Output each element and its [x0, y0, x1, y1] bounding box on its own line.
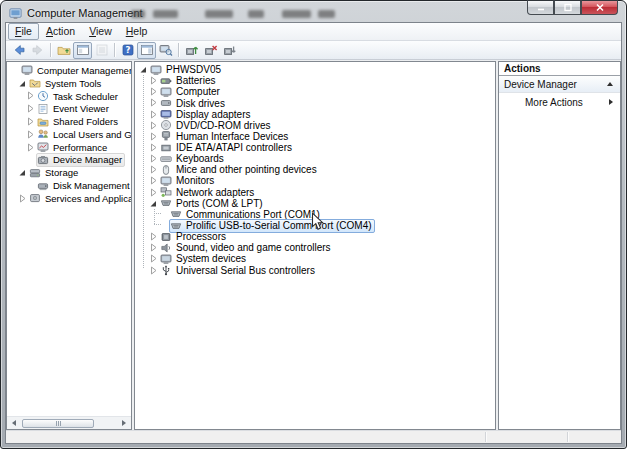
expand-arrow-icon[interactable] — [149, 87, 158, 96]
tree-item-disk-management[interactable]: Disk Management — [7, 179, 131, 192]
toolbar-separator — [114, 43, 115, 57]
redacted-blur — [318, 10, 335, 18]
redacted-blur — [282, 10, 311, 18]
toolbar-separator — [50, 43, 51, 57]
expand-arrow-icon[interactable] — [149, 176, 158, 185]
tree-item-label: Storage — [45, 167, 78, 178]
back-button[interactable] — [9, 42, 28, 59]
collapse-arrow-icon[interactable] — [18, 168, 27, 177]
collapse-section-icon[interactable] — [607, 82, 613, 86]
tree-item-label: Event Viewer — [53, 103, 109, 114]
tree-item-local-users-and-groups[interactable]: Local Users and Groups — [7, 128, 131, 141]
expand-arrow-icon[interactable] — [149, 266, 158, 275]
export-list-icon — [95, 43, 109, 57]
expand-arrow-icon[interactable] — [149, 165, 158, 174]
tree-item-event-viewer[interactable]: Event Viewer — [7, 102, 131, 115]
expand-arrow-icon[interactable] — [26, 91, 35, 100]
submenu-arrow-icon — [609, 99, 613, 105]
console-tree: Computer Management (Local)System ToolsT… — [7, 62, 131, 416]
usb-icon — [160, 264, 173, 276]
status-bar-separator — [567, 432, 568, 442]
uninstall-device-button[interactable] — [201, 42, 220, 59]
update-driver-button[interactable] — [182, 42, 201, 59]
expand-arrow-icon[interactable] — [26, 104, 35, 113]
forward-button — [28, 42, 47, 59]
expand-arrow-icon[interactable] — [149, 188, 158, 197]
export-list-button — [92, 42, 111, 59]
update-driver-icon — [185, 43, 199, 57]
tree-item-universal-serial-bus-controllers[interactable]: Universal Serial Bus controllers — [135, 265, 495, 276]
collapse-arrow-icon[interactable] — [149, 199, 158, 208]
arrow-spacer — [26, 181, 35, 190]
more-actions-item[interactable]: More Actions — [499, 93, 620, 111]
minimize-button[interactable] — [527, 0, 554, 15]
expand-arrow-icon[interactable] — [149, 254, 158, 263]
menu-help[interactable]: Help — [119, 23, 155, 40]
expand-arrow-icon[interactable] — [26, 130, 35, 139]
up-one-level-button[interactable] — [54, 42, 73, 59]
tree-item-label: Computer Management (Local) — [37, 65, 131, 76]
maximize-icon — [563, 3, 573, 12]
shared-folders-icon — [37, 116, 50, 128]
back-arrow-icon — [12, 43, 26, 57]
expand-arrow-icon[interactable] — [26, 117, 35, 126]
close-button[interactable] — [581, 0, 618, 15]
tree-item-storage[interactable]: Storage — [7, 166, 131, 179]
item-content: Universal Serial Bus controllers — [159, 263, 318, 276]
expand-arrow-icon[interactable] — [149, 132, 158, 141]
scroll-left-icon — [12, 420, 16, 426]
menu-file[interactable]: File — [8, 23, 39, 40]
tree-item-shared-folders[interactable]: Shared Folders — [7, 115, 131, 128]
actions-section-device-manager[interactable]: Device Manager — [499, 76, 620, 93]
users-icon — [37, 128, 50, 140]
expand-arrow-icon[interactable] — [149, 143, 158, 152]
arrow-spacer — [26, 155, 35, 164]
show-console-tree-button[interactable] — [73, 42, 92, 59]
toolbar: ? — [6, 41, 621, 60]
expand-arrow-icon[interactable] — [149, 98, 158, 107]
tree-item-performance[interactable]: Performance — [7, 141, 131, 154]
expand-arrow-icon[interactable] — [149, 121, 158, 130]
scrollbar-thumb[interactable] — [22, 419, 94, 428]
expand-arrow-icon[interactable] — [18, 194, 27, 203]
expand-arrow-icon[interactable] — [149, 243, 158, 252]
tree-item-system-tools[interactable]: System Tools — [7, 77, 131, 90]
maximize-button[interactable] — [554, 0, 581, 15]
help-button[interactable]: ? — [118, 42, 137, 59]
collapse-arrow-icon[interactable] — [139, 65, 148, 74]
scan-hardware-button[interactable] — [156, 42, 175, 59]
menu-action[interactable]: Action — [39, 23, 82, 40]
actions-pane-background — [499, 111, 620, 429]
system-tools-icon — [29, 77, 42, 89]
scroll-right-button[interactable] — [118, 418, 130, 428]
tree-item-label: Shared Folders — [53, 116, 118, 127]
scroll-right-icon — [122, 420, 126, 426]
expand-arrow-icon[interactable] — [149, 232, 158, 241]
main-area: Computer Management (Local)System ToolsT… — [6, 60, 621, 430]
expand-arrow-icon[interactable] — [149, 76, 158, 85]
expand-arrow-icon[interactable] — [149, 110, 158, 119]
expand-arrow-icon[interactable] — [26, 143, 35, 152]
disable-device-button[interactable] — [220, 42, 239, 59]
horizontal-scrollbar[interactable] — [7, 416, 131, 429]
tree-connector-stub — [154, 213, 161, 214]
tree-item-computer-management-local[interactable]: Computer Management (Local) — [7, 64, 131, 77]
selected-item-highlight: Device Manager — [36, 153, 125, 167]
tree-item-device-manager[interactable]: Device Manager — [7, 154, 131, 167]
redacted-blur — [131, 10, 145, 18]
tree-item-label: Disk Management — [53, 180, 130, 191]
title-bar[interactable]: Computer Management — [5, 1, 622, 22]
menu-view[interactable]: View — [82, 23, 119, 40]
show-action-pane-button[interactable] — [137, 42, 156, 59]
computer-icon — [21, 64, 34, 76]
tree-connector-line — [154, 209, 155, 224]
redacted-blur — [248, 10, 264, 18]
item-content: Services and Applications — [28, 191, 131, 205]
expand-arrow-icon[interactable] — [149, 154, 158, 163]
scroll-left-button[interactable] — [8, 418, 20, 428]
arrow-spacer — [159, 210, 168, 219]
tree-item-services-and-applications[interactable]: Services and Applications — [7, 192, 131, 205]
minimize-icon — [536, 3, 546, 12]
collapse-arrow-icon[interactable] — [18, 79, 27, 88]
tree-item-task-scheduler[interactable]: Task Scheduler — [7, 90, 131, 103]
